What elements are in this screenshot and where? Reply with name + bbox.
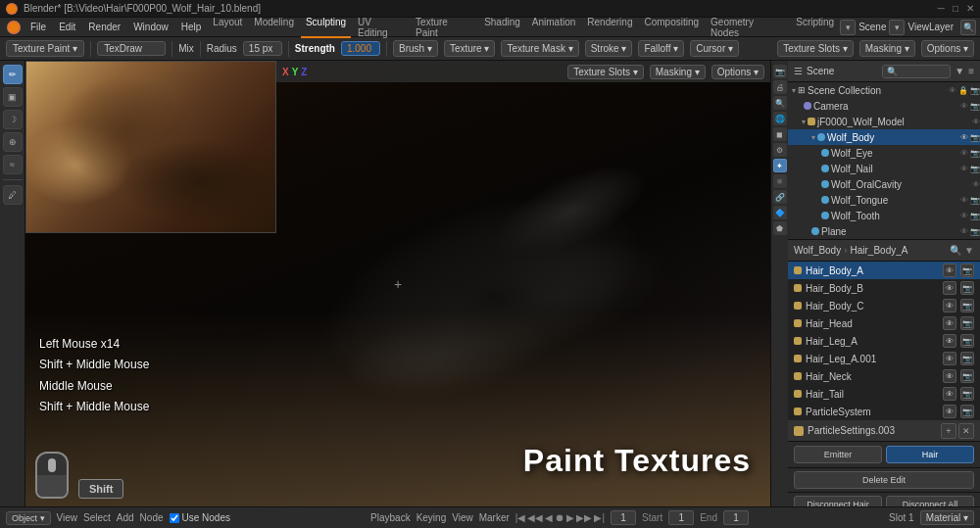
sb-node[interactable]: Node <box>140 512 164 523</box>
start-frame-input[interactable]: 1 <box>668 510 694 525</box>
pi-cam-tail[interactable]: 📷 <box>960 387 974 401</box>
stroke-btn[interactable]: Stroke ▾ <box>585 40 633 57</box>
keying-label[interactable]: Keying <box>416 512 447 523</box>
scene-selector-icon[interactable]: ▾ <box>840 20 856 35</box>
pi-cam-b[interactable]: 📷 <box>960 281 974 295</box>
ps-new-btn[interactable]: + <box>941 423 956 439</box>
brush-btn[interactable]: Brush ▾ <box>393 40 438 57</box>
playback-label[interactable]: Playback <box>370 512 411 523</box>
ws-uv[interactable]: UV Editing <box>353 17 409 38</box>
tree-wolf-oral[interactable]: Wolf_OralCavity 👁 <box>788 176 980 192</box>
ws-compositing[interactable]: Compositing <box>639 17 704 38</box>
props-icon-modifier[interactable]: ⚙ <box>773 143 787 157</box>
tree-wolf-tooth[interactable]: Wolf_Tooth 👁 📷 <box>788 208 980 223</box>
tool-draw[interactable]: ✏ <box>3 65 23 84</box>
texture-btn[interactable]: Texture ▾ <box>444 40 496 57</box>
pi-eye-b[interactable]: 👁 <box>943 281 956 295</box>
props-icon-physics[interactable]: ⚛ <box>773 174 787 188</box>
ws-sculpting[interactable]: Sculpting <box>301 17 351 38</box>
play-end[interactable]: ▶| <box>594 512 605 523</box>
ws-rendering[interactable]: Rendering <box>582 17 637 38</box>
tree-wolf-tongue[interactable]: Wolf_Tongue 👁 📷 <box>788 192 980 208</box>
brush-mode-btn[interactable]: Texture Paint ▾ <box>6 40 84 57</box>
play-start[interactable]: |◀ <box>515 512 526 523</box>
tree-plane[interactable]: Plane 👁 📷 <box>788 223 980 239</box>
use-nodes-check[interactable]: Use Nodes <box>170 512 230 523</box>
props-icon-render[interactable]: 📷 <box>773 65 787 78</box>
material-dropdown[interactable]: Material ▾ <box>920 510 974 525</box>
props-icon-particle[interactable]: ✦ <box>773 159 787 172</box>
pi-eye-a[interactable]: 👁 <box>943 264 956 277</box>
play-back[interactable]: ◀ <box>545 512 553 523</box>
sb-select[interactable]: Select <box>83 512 111 523</box>
props-icon-view[interactable]: 🔍 <box>773 96 787 110</box>
tree-wolf-eye[interactable]: Wolf_Eye 👁 📷 <box>788 145 980 161</box>
outliner-search[interactable]: 🔍 <box>882 65 951 78</box>
play-step-forward[interactable]: ▶▶ <box>576 512 592 523</box>
play-forward[interactable]: ▶ <box>566 512 574 523</box>
pi-eye-head[interactable]: 👁 <box>943 316 956 330</box>
menu-help[interactable]: Help <box>175 22 208 32</box>
pi-eye-tail[interactable]: 👁 <box>943 387 956 401</box>
tree-wolf-nail[interactable]: Wolf_Nail 👁 📷 <box>788 161 980 176</box>
radius-input[interactable]: 15 px <box>243 41 282 56</box>
pi-cam-leg-a[interactable]: 📷 <box>960 334 974 348</box>
strength-input[interactable]: 1.000 <box>341 41 380 56</box>
menu-window[interactable]: Window <box>127 22 174 32</box>
pi-eye-ps[interactable]: 👁 <box>943 405 956 418</box>
tree-scene-collection[interactable]: ▾ ⊞ Scene Collection 👁 🔒 📷 <box>788 82 980 98</box>
masking-btn[interactable]: Masking ▾ <box>859 40 915 57</box>
pi-cam-a[interactable]: 📷 <box>960 264 974 277</box>
disconnect-all-btn[interactable]: Disconnect All <box>886 496 974 506</box>
texture-slots-btn[interactable]: Texture Slots ▾ <box>777 40 854 57</box>
tool-fill[interactable]: ▣ <box>3 87 23 107</box>
cursor-btn[interactable]: Cursor ▾ <box>690 40 739 57</box>
pi-eye-neck[interactable]: 👁 <box>943 369 956 383</box>
particle-item-hair-leg-a[interactable]: Hair_Leg_A 👁 📷 <box>788 332 980 350</box>
play-step-back[interactable]: ◀◀ <box>527 512 543 523</box>
maximize-btn[interactable]: □ <box>953 3 958 14</box>
particle-item-hair-body-c[interactable]: Hair_Body_C 👁 📷 <box>788 297 980 314</box>
pi-cam-ps[interactable]: 📷 <box>960 405 974 418</box>
pi-cam-head[interactable]: 📷 <box>960 316 974 330</box>
particle-item-hair-body-b[interactable]: Hair_Body_B 👁 📷 <box>788 279 980 297</box>
brush-name-input[interactable]: TexDraw <box>97 41 166 56</box>
ws-modeling[interactable]: Modeling <box>249 17 299 38</box>
minimize-btn[interactable]: ─ <box>938 3 945 14</box>
tool-clone[interactable]: ⊕ <box>3 132 23 152</box>
props-icon-constraint[interactable]: 🔗 <box>773 190 787 204</box>
pi-eye-leg-a001[interactable]: 👁 <box>943 352 956 365</box>
particle-item-hair-body-a[interactable]: Hair_Body_A 👁 📷 <box>788 262 980 279</box>
outliner-menu-btn[interactable]: ≡ <box>968 66 974 76</box>
emitter-btn[interactable]: Emitter <box>794 446 882 463</box>
menu-edit[interactable]: Edit <box>53 22 81 32</box>
props-icon-output[interactable]: 🖨 <box>773 80 787 94</box>
masking-display[interactable]: Masking ▾ <box>650 65 706 79</box>
props-icon-data[interactable]: 🔷 <box>773 206 787 219</box>
delete-edit-btn[interactable]: Delete Edit <box>794 471 974 489</box>
header-mode-selector[interactable]: Object ▾ <box>6 511 51 525</box>
particle-item-hair-tail[interactable]: Hair_Tail 👁 📷 <box>788 385 980 403</box>
sb-add[interactable]: Add <box>117 512 134 523</box>
hair-btn[interactable]: Hair <box>886 446 974 463</box>
pi-eye-leg-a[interactable]: 👁 <box>943 334 956 348</box>
outliner-filter-btn[interactable]: ▼ <box>955 66 964 76</box>
pi-cam-leg-a001[interactable]: 📷 <box>960 352 974 365</box>
play-stop[interactable]: ⏺ <box>555 512 564 523</box>
options-btn[interactable]: Options ▾ <box>921 40 974 57</box>
props-icon-world[interactable]: 🌐 <box>773 112 787 125</box>
ws-animation[interactable]: Animation <box>527 17 580 38</box>
particle-item-hair-head[interactable]: Hair_Head 👁 📷 <box>788 314 980 332</box>
options-display[interactable]: Options ▾ <box>711 65 764 79</box>
tree-wolf-body[interactable]: ▾ Wolf_Body 👁 📷 <box>788 129 980 145</box>
tool-smear[interactable]: ≈ <box>3 155 23 174</box>
particle-item-particle-system[interactable]: ParticleSystem 👁 📷 <box>788 403 980 420</box>
ws-scripting[interactable]: Scripting <box>791 17 839 38</box>
close-btn[interactable]: ✕ <box>966 3 974 14</box>
use-nodes-checkbox[interactable] <box>170 513 179 523</box>
end-frame-input[interactable]: 1 <box>723 510 749 525</box>
pi-cam-neck[interactable]: 📷 <box>960 369 974 383</box>
texture-mask-btn[interactable]: Texture Mask ▾ <box>501 40 578 57</box>
ws-geometry[interactable]: Geometry Nodes <box>706 17 789 38</box>
tool-grab[interactable]: ☽ <box>3 110 23 129</box>
